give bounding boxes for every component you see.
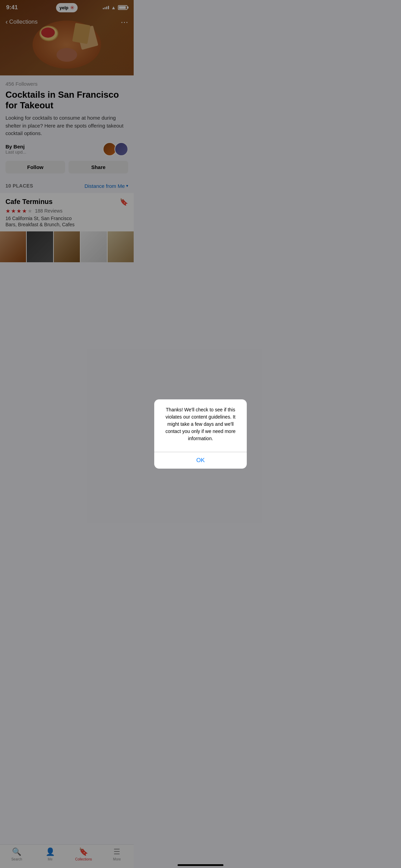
- dialog-overlay: Thanks! We'll check to see if this viola…: [0, 0, 134, 299]
